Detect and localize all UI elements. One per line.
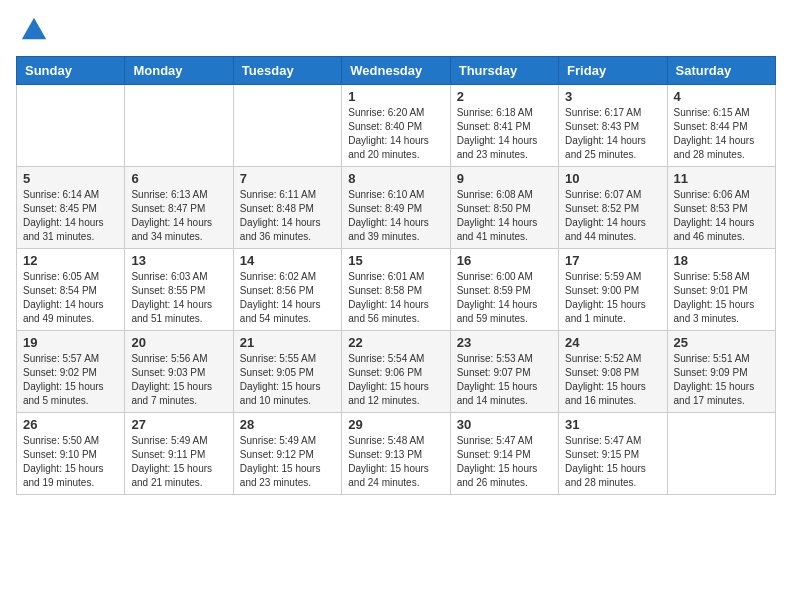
day-number: 3 (565, 89, 660, 104)
day-number: 26 (23, 417, 118, 432)
day-info: Sunrise: 6:05 AM Sunset: 8:54 PM Dayligh… (23, 270, 118, 326)
day-info: Sunrise: 5:47 AM Sunset: 9:15 PM Dayligh… (565, 434, 660, 490)
day-info: Sunrise: 6:18 AM Sunset: 8:41 PM Dayligh… (457, 106, 552, 162)
calendar-cell (233, 85, 341, 167)
day-info: Sunrise: 5:55 AM Sunset: 9:05 PM Dayligh… (240, 352, 335, 408)
calendar-cell (125, 85, 233, 167)
calendar: SundayMondayTuesdayWednesdayThursdayFrid… (16, 56, 776, 495)
calendar-cell: 17Sunrise: 5:59 AM Sunset: 9:00 PM Dayli… (559, 249, 667, 331)
day-number: 9 (457, 171, 552, 186)
day-info: Sunrise: 5:49 AM Sunset: 9:11 PM Dayligh… (131, 434, 226, 490)
day-number: 2 (457, 89, 552, 104)
day-number: 4 (674, 89, 769, 104)
calendar-cell: 25Sunrise: 5:51 AM Sunset: 9:09 PM Dayli… (667, 331, 775, 413)
day-header-tuesday: Tuesday (233, 57, 341, 85)
day-number: 5 (23, 171, 118, 186)
calendar-cell: 9Sunrise: 6:08 AM Sunset: 8:50 PM Daylig… (450, 167, 558, 249)
day-info: Sunrise: 5:54 AM Sunset: 9:06 PM Dayligh… (348, 352, 443, 408)
day-header-monday: Monday (125, 57, 233, 85)
day-info: Sunrise: 5:47 AM Sunset: 9:14 PM Dayligh… (457, 434, 552, 490)
calendar-cell: 19Sunrise: 5:57 AM Sunset: 9:02 PM Dayli… (17, 331, 125, 413)
day-number: 14 (240, 253, 335, 268)
calendar-cell: 14Sunrise: 6:02 AM Sunset: 8:56 PM Dayli… (233, 249, 341, 331)
day-info: Sunrise: 6:20 AM Sunset: 8:40 PM Dayligh… (348, 106, 443, 162)
day-info: Sunrise: 6:00 AM Sunset: 8:59 PM Dayligh… (457, 270, 552, 326)
calendar-cell: 16Sunrise: 6:00 AM Sunset: 8:59 PM Dayli… (450, 249, 558, 331)
day-info: Sunrise: 6:14 AM Sunset: 8:45 PM Dayligh… (23, 188, 118, 244)
svg-marker-0 (22, 18, 46, 39)
day-number: 28 (240, 417, 335, 432)
day-number: 18 (674, 253, 769, 268)
day-number: 10 (565, 171, 660, 186)
calendar-cell: 18Sunrise: 5:58 AM Sunset: 9:01 PM Dayli… (667, 249, 775, 331)
day-header-friday: Friday (559, 57, 667, 85)
logo-icon (20, 16, 48, 44)
day-number: 29 (348, 417, 443, 432)
day-info: Sunrise: 6:08 AM Sunset: 8:50 PM Dayligh… (457, 188, 552, 244)
day-info: Sunrise: 6:02 AM Sunset: 8:56 PM Dayligh… (240, 270, 335, 326)
day-number: 23 (457, 335, 552, 350)
day-info: Sunrise: 5:52 AM Sunset: 9:08 PM Dayligh… (565, 352, 660, 408)
header-row: SundayMondayTuesdayWednesdayThursdayFrid… (17, 57, 776, 85)
day-number: 1 (348, 89, 443, 104)
day-info: Sunrise: 6:07 AM Sunset: 8:52 PM Dayligh… (565, 188, 660, 244)
day-number: 13 (131, 253, 226, 268)
day-number: 27 (131, 417, 226, 432)
day-info: Sunrise: 6:17 AM Sunset: 8:43 PM Dayligh… (565, 106, 660, 162)
calendar-cell: 11Sunrise: 6:06 AM Sunset: 8:53 PM Dayli… (667, 167, 775, 249)
day-number: 6 (131, 171, 226, 186)
day-number: 25 (674, 335, 769, 350)
calendar-cell: 5Sunrise: 6:14 AM Sunset: 8:45 PM Daylig… (17, 167, 125, 249)
day-info: Sunrise: 5:49 AM Sunset: 9:12 PM Dayligh… (240, 434, 335, 490)
calendar-cell: 15Sunrise: 6:01 AM Sunset: 8:58 PM Dayli… (342, 249, 450, 331)
day-info: Sunrise: 6:01 AM Sunset: 8:58 PM Dayligh… (348, 270, 443, 326)
calendar-cell: 3Sunrise: 6:17 AM Sunset: 8:43 PM Daylig… (559, 85, 667, 167)
day-number: 8 (348, 171, 443, 186)
week-row-2: 5Sunrise: 6:14 AM Sunset: 8:45 PM Daylig… (17, 167, 776, 249)
calendar-cell: 2Sunrise: 6:18 AM Sunset: 8:41 PM Daylig… (450, 85, 558, 167)
calendar-cell: 20Sunrise: 5:56 AM Sunset: 9:03 PM Dayli… (125, 331, 233, 413)
calendar-cell: 7Sunrise: 6:11 AM Sunset: 8:48 PM Daylig… (233, 167, 341, 249)
day-number: 30 (457, 417, 552, 432)
calendar-cell: 22Sunrise: 5:54 AM Sunset: 9:06 PM Dayli… (342, 331, 450, 413)
calendar-cell: 21Sunrise: 5:55 AM Sunset: 9:05 PM Dayli… (233, 331, 341, 413)
day-info: Sunrise: 5:58 AM Sunset: 9:01 PM Dayligh… (674, 270, 769, 326)
calendar-cell: 28Sunrise: 5:49 AM Sunset: 9:12 PM Dayli… (233, 413, 341, 495)
day-info: Sunrise: 5:53 AM Sunset: 9:07 PM Dayligh… (457, 352, 552, 408)
calendar-cell: 27Sunrise: 5:49 AM Sunset: 9:11 PM Dayli… (125, 413, 233, 495)
day-header-sunday: Sunday (17, 57, 125, 85)
day-number: 17 (565, 253, 660, 268)
day-info: Sunrise: 6:13 AM Sunset: 8:47 PM Dayligh… (131, 188, 226, 244)
calendar-cell (17, 85, 125, 167)
day-number: 16 (457, 253, 552, 268)
day-number: 7 (240, 171, 335, 186)
calendar-cell: 31Sunrise: 5:47 AM Sunset: 9:15 PM Dayli… (559, 413, 667, 495)
calendar-cell: 29Sunrise: 5:48 AM Sunset: 9:13 PM Dayli… (342, 413, 450, 495)
day-info: Sunrise: 6:03 AM Sunset: 8:55 PM Dayligh… (131, 270, 226, 326)
calendar-cell: 6Sunrise: 6:13 AM Sunset: 8:47 PM Daylig… (125, 167, 233, 249)
day-info: Sunrise: 6:15 AM Sunset: 8:44 PM Dayligh… (674, 106, 769, 162)
day-info: Sunrise: 5:59 AM Sunset: 9:00 PM Dayligh… (565, 270, 660, 326)
day-info: Sunrise: 6:06 AM Sunset: 8:53 PM Dayligh… (674, 188, 769, 244)
day-info: Sunrise: 5:50 AM Sunset: 9:10 PM Dayligh… (23, 434, 118, 490)
day-info: Sunrise: 6:11 AM Sunset: 8:48 PM Dayligh… (240, 188, 335, 244)
calendar-cell: 1Sunrise: 6:20 AM Sunset: 8:40 PM Daylig… (342, 85, 450, 167)
calendar-cell: 8Sunrise: 6:10 AM Sunset: 8:49 PM Daylig… (342, 167, 450, 249)
day-number: 19 (23, 335, 118, 350)
day-header-thursday: Thursday (450, 57, 558, 85)
day-info: Sunrise: 6:10 AM Sunset: 8:49 PM Dayligh… (348, 188, 443, 244)
week-row-5: 26Sunrise: 5:50 AM Sunset: 9:10 PM Dayli… (17, 413, 776, 495)
header (16, 16, 776, 44)
day-number: 12 (23, 253, 118, 268)
day-number: 20 (131, 335, 226, 350)
calendar-cell: 26Sunrise: 5:50 AM Sunset: 9:10 PM Dayli… (17, 413, 125, 495)
calendar-cell: 10Sunrise: 6:07 AM Sunset: 8:52 PM Dayli… (559, 167, 667, 249)
week-row-1: 1Sunrise: 6:20 AM Sunset: 8:40 PM Daylig… (17, 85, 776, 167)
logo (16, 16, 48, 44)
day-number: 21 (240, 335, 335, 350)
week-row-3: 12Sunrise: 6:05 AM Sunset: 8:54 PM Dayli… (17, 249, 776, 331)
day-number: 11 (674, 171, 769, 186)
calendar-cell: 12Sunrise: 6:05 AM Sunset: 8:54 PM Dayli… (17, 249, 125, 331)
calendar-cell: 23Sunrise: 5:53 AM Sunset: 9:07 PM Dayli… (450, 331, 558, 413)
day-number: 31 (565, 417, 660, 432)
